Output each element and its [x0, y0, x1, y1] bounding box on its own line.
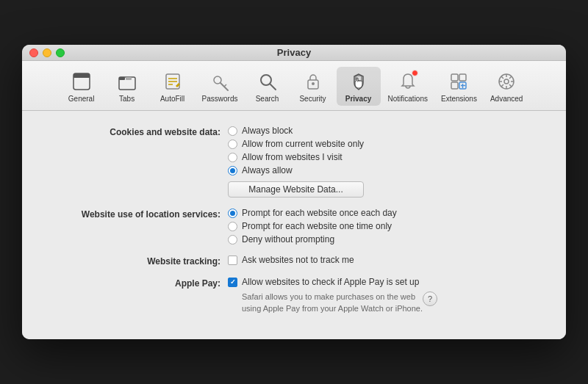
location-prompt-day[interactable]: Prompt for each website once each day: [228, 208, 397, 218]
tracking-options: Ask websites not to track me: [228, 255, 354, 265]
radio-always-allow[interactable]: [228, 166, 237, 175]
location-deny-label: Deny without prompting: [242, 234, 334, 244]
passwords-icon: [208, 70, 232, 93]
tabs-label: Tabs: [119, 95, 135, 103]
autofill-label: AutoFill: [160, 95, 184, 103]
svg-rect-4: [126, 77, 132, 80]
general-label: General: [68, 95, 95, 103]
radio-prompt-day[interactable]: [228, 209, 237, 218]
location-label: Website use of location services:: [51, 208, 228, 220]
cookie-current-website-label: Allow from current website only: [242, 139, 364, 149]
security-label: Security: [299, 95, 326, 103]
privacy-icon: [347, 70, 370, 93]
svg-line-31: [501, 84, 503, 87]
notifications-icon: [396, 70, 420, 93]
cookies-options: Always block Allow from current website …: [228, 126, 364, 198]
tab-security[interactable]: Security: [291, 67, 335, 106]
window-title: Privacy: [277, 47, 311, 58]
svg-line-13: [270, 84, 276, 90]
applepay-row: Apple Pay: Allow websites to check if Ap…: [51, 277, 537, 314]
settings-content: Cookies and website data: Always block A…: [22, 111, 566, 339]
svg-rect-18: [451, 82, 458, 89]
applepay-desc-line2: using Apple Pay from your Apple Watch or…: [242, 304, 423, 313]
svg-line-11: [224, 84, 226, 87]
titlebar: Privacy: [22, 45, 566, 61]
cookie-always-allow[interactable]: Always allow: [228, 165, 364, 175]
help-button[interactable]: ?: [423, 291, 437, 306]
svg-line-28: [501, 76, 503, 79]
tab-notifications[interactable]: Notifications: [382, 67, 434, 106]
minimize-button[interactable]: [43, 48, 51, 57]
manage-website-data-button[interactable]: Manage Website Data...: [228, 181, 364, 198]
extensions-icon: [447, 70, 470, 93]
tab-search[interactable]: Search: [245, 67, 290, 106]
applepay-checkbox-label: Allow websites to check if Apple Pay is …: [242, 277, 419, 287]
privacy-label: Privacy: [345, 95, 372, 103]
notifications-label: Notifications: [388, 95, 428, 103]
radio-current-website[interactable]: [228, 140, 237, 149]
tracking-row: Website tracking: Ask websites not to tr…: [51, 255, 537, 267]
maximize-button[interactable]: [56, 48, 65, 57]
svg-rect-1: [74, 73, 90, 78]
radio-deny[interactable]: [228, 235, 237, 244]
location-prompt-day-label: Prompt for each website once each day: [242, 208, 397, 218]
tracking-label: Website tracking:: [51, 255, 228, 267]
tab-autofill[interactable]: AutoFill: [151, 67, 195, 106]
tabs-icon: [115, 70, 139, 93]
svg-rect-16: [451, 74, 458, 81]
advanced-label: Advanced: [490, 95, 523, 103]
svg-line-30: [509, 76, 512, 79]
location-prompt-once-label: Prompt for each website one time only: [242, 221, 392, 231]
applepay-desc-line1: Safari allows you to make purchases on t…: [242, 292, 415, 301]
tracking-checkbox-option[interactable]: Ask websites not to track me: [228, 255, 354, 265]
radio-websites-visit[interactable]: [228, 153, 237, 162]
cookie-always-block[interactable]: Always block: [228, 126, 364, 136]
radio-always-block[interactable]: [228, 126, 237, 136]
cookies-label: Cookies and website data:: [51, 126, 228, 137]
search-icon: [256, 70, 279, 93]
cookie-always-block-label: Always block: [242, 126, 293, 136]
location-prompt-once[interactable]: Prompt for each website one time only: [228, 221, 397, 231]
autofill-icon: [161, 70, 184, 93]
svg-rect-17: [459, 74, 466, 81]
radio-prompt-once[interactable]: [228, 222, 237, 231]
checkbox-not-track[interactable]: [228, 256, 237, 265]
traffic-lights: [29, 48, 65, 57]
tab-privacy[interactable]: Privacy: [337, 67, 381, 106]
applepay-label: Apple Pay:: [51, 277, 228, 289]
close-button[interactable]: [29, 48, 38, 57]
safari-preferences-window: Privacy General Tabs: [22, 45, 566, 339]
security-icon: [301, 70, 325, 93]
location-deny[interactable]: Deny without prompting: [228, 234, 397, 244]
location-row: Website use of location services: Prompt…: [51, 208, 537, 244]
toolbar: General Tabs: [22, 61, 566, 111]
cookies-row: Cookies and website data: Always block A…: [51, 126, 537, 198]
svg-point-23: [504, 79, 509, 84]
passwords-label: Passwords: [202, 95, 238, 103]
tab-general[interactable]: General: [60, 67, 104, 106]
advanced-icon: [495, 70, 518, 93]
search-label: Search: [256, 95, 279, 103]
cookie-always-allow-label: Always allow: [242, 165, 293, 175]
applepay-description: Safari allows you to make purchases on t…: [242, 291, 423, 314]
checkbox-applepay[interactable]: [228, 278, 237, 287]
general-icon: [70, 70, 93, 93]
svg-line-29: [509, 84, 512, 87]
tracking-option-label: Ask websites not to track me: [242, 255, 354, 265]
extensions-label: Extensions: [441, 95, 477, 103]
tab-tabs[interactable]: Tabs: [105, 67, 149, 106]
applepay-content: Allow websites to check if Apple Pay is …: [228, 277, 437, 314]
applepay-checkbox-option[interactable]: Allow websites to check if Apple Pay is …: [228, 277, 437, 287]
cookie-websites-visit-label: Allow from websites I visit: [242, 152, 343, 162]
svg-rect-3: [119, 77, 125, 80]
cookie-current-website[interactable]: Allow from current website only: [228, 139, 364, 149]
tab-advanced[interactable]: Advanced: [484, 67, 528, 106]
tab-passwords[interactable]: Passwords: [196, 67, 244, 106]
cookie-websites-visit[interactable]: Allow from websites I visit: [228, 152, 364, 162]
svg-point-15: [312, 82, 315, 85]
tab-extensions[interactable]: Extensions: [435, 67, 483, 106]
location-options: Prompt for each website once each day Pr…: [228, 208, 397, 244]
